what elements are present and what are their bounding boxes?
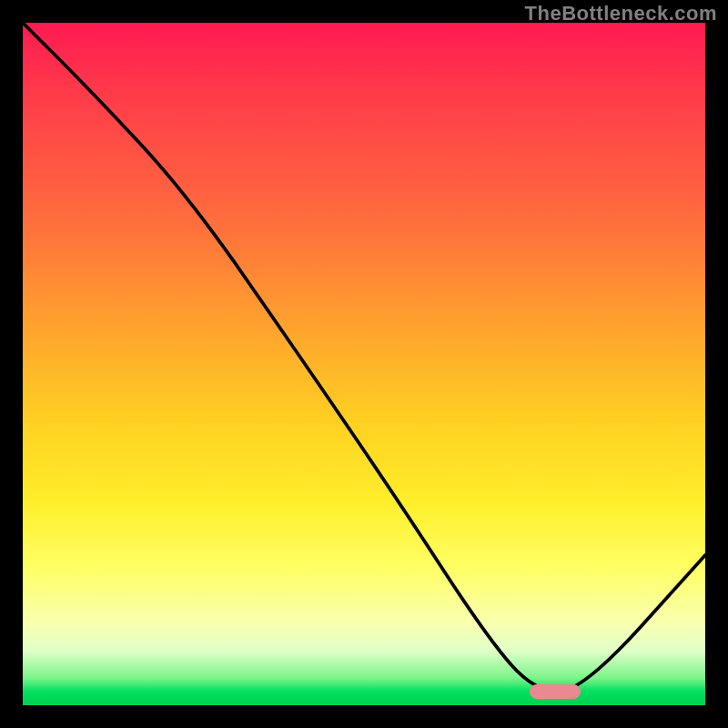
watermark-text: TheBottleneck.com [525, 2, 717, 25]
chart-frame: TheBottleneck.com [0, 0, 728, 728]
bottleneck-curve [23, 23, 705, 705]
optimal-marker [530, 684, 581, 699]
plot-area [23, 23, 705, 705]
curve-path [23, 23, 705, 692]
